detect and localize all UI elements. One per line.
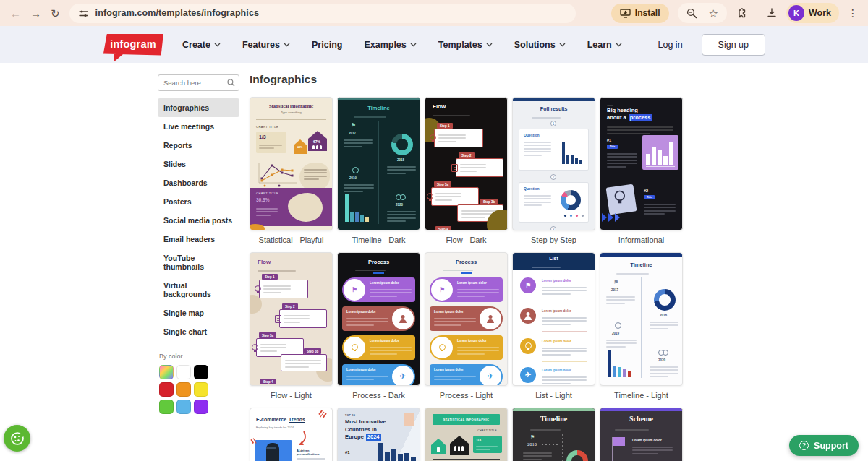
purple-house-shape: 67% [308, 131, 327, 151]
template-caption: Process - Dark [337, 391, 420, 400]
zoom-icon[interactable] [686, 8, 697, 19]
template-thumbnail[interactable]: Timeline ⚑ 2017 2018 2019 2 [600, 252, 683, 386]
template-card[interactable]: Timeline ⚑ 2010 [512, 408, 595, 461]
template-card[interactable]: Flow Step 1 Step 2 Step 3a [250, 252, 333, 400]
sidebar-item-reports[interactable]: Reports [158, 136, 239, 155]
template-card[interactable]: Process ⚑ Lorem ipsum dolor Lorem ipsum … [425, 252, 508, 400]
template-caption: Flow - Dark [425, 236, 508, 245]
menu-learn[interactable]: Learn [587, 40, 622, 50]
cookie-consent-button[interactable] [4, 425, 30, 452]
profile-chip[interactable]: K Work [786, 3, 839, 23]
swatch-green[interactable] [159, 400, 174, 414]
sidebar-item-youtube-thumbnails[interactable]: YouTube thumbnails [158, 249, 239, 276]
sidebar-item-dashboards[interactable]: Dashboards [158, 173, 239, 192]
swatch-multicolor[interactable] [159, 365, 174, 379]
sidebar-item-live-meetings[interactable]: Live meetings [158, 117, 239, 136]
template-thumbnail[interactable]: Statistical infographic Type something C… [250, 97, 333, 231]
curved-arrow [294, 430, 308, 449]
menu-solutions[interactable]: Solutions [514, 40, 566, 50]
template-card[interactable]: Statistical infographic Type something C… [250, 97, 333, 245]
swatch-blue[interactable] [176, 400, 191, 414]
bookmark-star-icon[interactable]: ☆ [709, 8, 718, 19]
donut-chart [391, 134, 413, 155]
bar-chart [562, 139, 582, 164]
template-caption: Informational [600, 236, 683, 245]
template-thumbnail[interactable]: Timeline ⚑ 2017 2018 2019 2 [337, 97, 420, 231]
template-thumbnail[interactable]: STATISTICAL INFOGRAPHIC CHART TITLE [425, 408, 508, 461]
swatch-yellow[interactable] [194, 382, 208, 397]
swatch-red[interactable] [159, 382, 174, 397]
url-text: infogram.com/templates/infographics [95, 8, 259, 18]
install-label: Install [635, 8, 660, 18]
template-thumbnail[interactable]: Process ⚑ Lorem ipsum dolor Lorem ipsum … [425, 252, 508, 386]
sidebar-item-single-map[interactable]: Single map [158, 303, 239, 322]
swatch-black[interactable] [194, 365, 208, 379]
forward-icon[interactable]: → [30, 8, 41, 19]
template-card[interactable]: STATISTICAL INFOGRAPHIC CHART TITLE [425, 408, 508, 461]
chevron-down-icon [410, 43, 417, 47]
bar-chart [345, 193, 369, 222]
donut-chart [566, 450, 588, 461]
template-thumbnail[interactable]: Scheme Lorem ipsum dolor [600, 408, 683, 461]
omnibox-tools: ☆ [678, 3, 727, 23]
login-link[interactable]: Log in [658, 40, 683, 50]
address-bar[interactable]: infogram.com/templates/infographics [69, 4, 576, 23]
template-card[interactable]: TOP 10 Most Innovative Countries in Euro… [337, 408, 420, 461]
extensions-puzzle-icon[interactable] [736, 7, 748, 20]
template-card[interactable]: Scheme Lorem ipsum dolor [600, 408, 683, 461]
downloads-icon[interactable] [766, 7, 778, 19]
site-info-icon[interactable] [78, 8, 89, 19]
template-caption: List - Light [512, 391, 595, 400]
template-card[interactable]: Big heading about aprocess #1 Title [600, 97, 683, 245]
by-color-label: By color [159, 353, 239, 360]
infogram-logo[interactable]: infogram [103, 34, 163, 56]
menu-pricing[interactable]: Pricing [312, 40, 342, 50]
template-thumbnail[interactable]: E-commerce Trends Exploring key trends f… [250, 408, 333, 461]
template-card[interactable]: Timeline ⚑ 2017 2018 2019 2 [600, 252, 683, 400]
bar-chart [608, 348, 631, 377]
template-caption: Step by Step [512, 236, 595, 245]
install-button[interactable]: Install [611, 4, 669, 23]
template-card[interactable]: Poll results 1 Question 2 Question [512, 97, 595, 245]
orange-house-shape: 44% [294, 139, 307, 154]
menu-templates[interactable]: Templates [438, 40, 493, 50]
donut-chart [561, 190, 581, 210]
template-thumbnail[interactable]: List ⚑ Lorem ipsum dolor Lorem ipsum dol… [512, 252, 595, 386]
browser-menu-icon[interactable]: ⋮ [848, 7, 858, 19]
menu-examples[interactable]: Examples [364, 40, 416, 50]
menu-features[interactable]: Features [242, 40, 290, 50]
search-icon[interactable] [227, 79, 235, 87]
template-thumbnail[interactable]: Process ⚑ Lorem ipsum dolor Lorem ipsum … [337, 252, 420, 386]
bar-chart [378, 440, 416, 461]
signup-button[interactable]: Sign up [702, 34, 765, 56]
template-card[interactable]: Process ⚑ Lorem ipsum dolor Lorem ipsum … [337, 252, 420, 400]
template-card[interactable]: E-commerce Trends Exploring key trends f… [250, 408, 333, 461]
template-thumbnail[interactable]: TOP 10 Most Innovative Countries in Euro… [337, 408, 420, 461]
chevron-down-icon [559, 43, 566, 47]
back-icon[interactable]: ← [10, 8, 21, 19]
template-card[interactable]: Flow Step 1 Step 2 Step 3a [425, 97, 508, 245]
sidebar-item-posters[interactable]: Posters [158, 192, 239, 211]
sidebar-item-slides[interactable]: Slides [158, 155, 239, 173]
template-thumbnail[interactable]: Poll results 1 Question 2 Question [512, 97, 595, 231]
template-thumbnail[interactable]: Big heading about aprocess #1 Title [600, 97, 683, 231]
sidebar-item-infographics[interactable]: Infographics [158, 98, 239, 117]
sidebar-item-social-media-posts[interactable]: Social media posts [158, 211, 239, 230]
swatch-purple[interactable] [194, 400, 208, 414]
template-card[interactable]: Timeline ⚑ 2017 2018 2019 2 [337, 97, 420, 245]
template-thumbnail[interactable]: Timeline ⚑ 2010 [512, 408, 595, 461]
support-button[interactable]: ? Support [789, 435, 859, 456]
help-icon: ? [799, 441, 809, 450]
sidebar-item-single-chart[interactable]: Single chart [158, 322, 239, 341]
sidebar-item-virtual-backgrounds[interactable]: Virtual backgrounds [158, 276, 239, 303]
reload-icon[interactable]: ↻ [51, 8, 60, 19]
template-caption: Statistical - Playful [250, 236, 333, 245]
logo-text: infogram [103, 34, 163, 56]
menu-create[interactable]: Create [182, 40, 221, 50]
swatch-white[interactable] [176, 365, 191, 379]
template-card[interactable]: List ⚑ Lorem ipsum dolor Lorem ipsum dol… [512, 252, 595, 400]
template-thumbnail[interactable]: Flow Step 1 Step 2 Step 3a [250, 252, 333, 386]
swatch-orange[interactable] [176, 382, 191, 397]
sidebar-item-email-headers[interactable]: Email headers [158, 230, 239, 249]
template-thumbnail[interactable]: Flow Step 1 Step 2 Step 3a [425, 97, 508, 231]
